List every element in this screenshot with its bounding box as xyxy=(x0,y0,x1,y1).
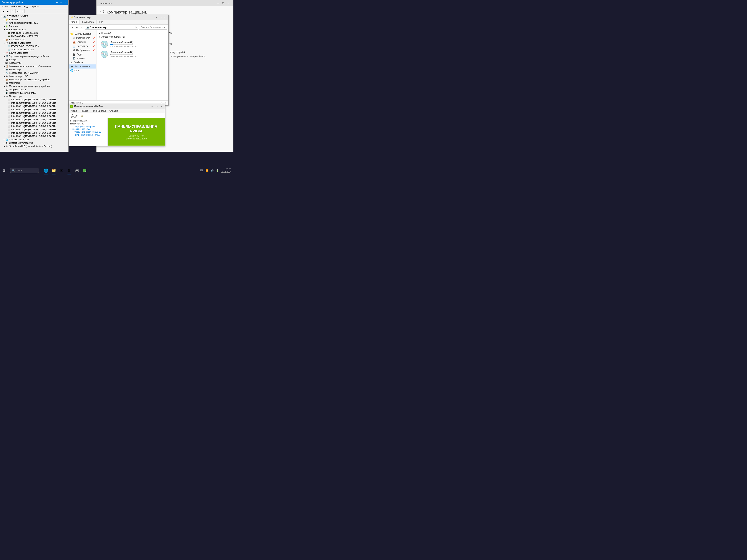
nv-manage-3d[interactable]: - Управление параметрами 3D xyxy=(72,130,106,133)
fe-sidebar-images[interactable]: 🖼 Изображения 📌 xyxy=(69,48,96,52)
nv-forward-btn[interactable]: ► xyxy=(75,114,79,117)
tree-item-bluetooth[interactable]: ► ⚡ Bluetooth xyxy=(0,18,68,21)
tree-item-comp[interactable]: ► 💻 Компьютер xyxy=(0,68,68,71)
tree-item-print[interactable]: ► 🖨 Очереди печати xyxy=(0,88,68,91)
fe-refresh-icon[interactable]: ↻ xyxy=(135,26,137,29)
tree-item-sys-devices[interactable]: ► ⚙ Системные устройства xyxy=(0,141,68,144)
fe-back-btn[interactable]: ◄ xyxy=(70,26,74,29)
tree-item-toshiba[interactable]: 💿 KBG30ZMV512G TOSHIBA xyxy=(0,45,68,48)
dm-menu-help[interactable]: Справка xyxy=(29,5,41,8)
nv-minimize-btn[interactable]: ─ xyxy=(150,105,154,108)
tree-item-cpu-12[interactable]: ⬜ Intel(R) Core(TM) i7-9750H CPU @ 2.60G… xyxy=(0,135,68,138)
fe-disk-c[interactable]: 💿 Локальный диск (C:) 431 ГБ свободно из… xyxy=(99,39,166,49)
tree-item-cpu-7[interactable]: ⬜ Intel(R) Core(TM) i7-9750H CPU @ 2.60G… xyxy=(0,118,68,121)
nv-maximize-btn[interactable]: □ xyxy=(155,105,159,108)
tree-item-batteries[interactable]: ► 🔋 Батареи xyxy=(0,25,68,28)
tree-item-cpu-8[interactable]: ⬜ Intel(R) Core(TM) i7-9750H CPU @ 2.60G… xyxy=(0,121,68,125)
tree-item-cpu-1[interactable]: ⬜ Intel(R) Core(TM) i7-9750H CPU @ 2.60G… xyxy=(0,98,68,101)
tb-app-settings[interactable]: ⚙ xyxy=(66,166,73,175)
toolbar-help[interactable]: ? xyxy=(10,9,15,14)
tray-sound[interactable]: 🔊 xyxy=(210,168,214,172)
fe-devices-header[interactable]: ▼ Устройства и диски (2) xyxy=(99,35,166,38)
tb-app-game[interactable]: 🎮 xyxy=(73,166,81,175)
tree-item-sw-devices[interactable]: ► 📱 Программные устройства xyxy=(0,91,68,95)
tree-item-nvidia-gpu[interactable]: 📟 NVIDIA GeForce RTX 2060 xyxy=(0,35,68,38)
tb-app-edge[interactable]: 🌐 xyxy=(42,166,50,175)
tree-item-disk-drives[interactable]: ▼ 💾 Дисковые устройства xyxy=(0,41,68,45)
fe-minimize-btn[interactable]: ─ xyxy=(154,16,158,19)
fe-search-input[interactable] xyxy=(139,25,167,30)
tree-item-cpu-11[interactable]: ⬜ Intel(R) Core(TM) i7-9750H CPU @ 2.60G… xyxy=(0,131,68,135)
nv-menu-edit[interactable]: Правка xyxy=(79,109,90,113)
fe-close-btn[interactable]: ✕ xyxy=(163,16,167,19)
tree-item-cameras[interactable]: ► 📷 Камеры xyxy=(0,58,68,61)
tree-item-network[interactable]: ► 🌐 Сетевые адаптеры xyxy=(0,138,68,141)
fe-sidebar-quickaccess[interactable]: ⭐ Быстрый доступ xyxy=(69,32,96,36)
fe-tab-view[interactable]: Вид xyxy=(97,20,106,24)
tray-battery[interactable]: 🔋 xyxy=(215,168,220,172)
nv-back-btn[interactable]: ◄ Назад xyxy=(70,114,74,117)
tree-item-firmware[interactable]: ► 📦 Встроенное ПО xyxy=(0,38,68,41)
fe-folders-header[interactable]: ► Папки (7) xyxy=(99,32,166,34)
toolbar-forward[interactable]: ► xyxy=(6,9,10,14)
tree-item-monitors[interactable]: ► 🖥 Мониторы xyxy=(0,81,68,85)
tree-item-cpu-4[interactable]: ⬜ Intel(R) Core(TM) i7-9750H CPU @ 2.60G… xyxy=(0,108,68,111)
toolbar-properties[interactable]: ⊞ xyxy=(16,9,20,14)
nv-surround[interactable]: - Настройка Surround, PhysX xyxy=(72,133,106,136)
dm-menu-view[interactable]: Вид xyxy=(22,5,29,8)
start-button[interactable]: ⊞ xyxy=(0,166,8,175)
toolbar-refresh[interactable]: ↻ xyxy=(20,9,25,14)
fe-sidebar-onedrive[interactable]: ☁ OneDrive xyxy=(69,60,96,64)
tree-item-cpu-10[interactable]: ⬜ Intel(R) Core(TM) i7-9750H CPU @ 2.60G… xyxy=(0,128,68,131)
fe-disk-d[interactable]: 💿 Локальный диск (D:) 953 ГБ свободно из… xyxy=(99,49,166,59)
tree-item-cpu-6[interactable]: ⬜ Intel(R) Core(TM) i7-9750H CPU @ 2.60G… xyxy=(0,115,68,118)
tree-item-cpu-9[interactable]: ⬜ Intel(R) Core(TM) i7-9750H CPU @ 2.60G… xyxy=(0,125,68,128)
tree-item-intel-gpu[interactable]: 📟 Intel(R) UHD Graphics 630 xyxy=(0,31,68,35)
fe-sidebar-docs[interactable]: 📄 Документы 📌 xyxy=(69,44,96,48)
tree-item-spcc[interactable]: 💿 SPCC Solid State Disk xyxy=(0,48,68,51)
fe-forward-btn[interactable]: ► xyxy=(75,26,79,29)
tree-item-processors[interactable]: ▼ ⚙ Процессоры xyxy=(0,95,68,98)
fe-sidebar-thispc[interactable]: 💻 Этот компьютер xyxy=(69,64,96,69)
close-button[interactable]: ✕ xyxy=(63,1,67,4)
tree-item-keyboards[interactable]: ► ⌨ Клавиатуры xyxy=(0,61,68,64)
tb-app-explorer[interactable]: 📁 xyxy=(50,166,57,175)
tree-item-sound[interactable]: ► 🎵 Звуковые, игровые и видеоустройства xyxy=(0,55,68,58)
dm-menu-file[interactable]: Файл xyxy=(1,5,9,8)
tree-item-audio[interactable]: ► 🔊 Аудиовходы и аудиовыходы xyxy=(0,21,68,25)
tray-keyboard[interactable]: ⌨ xyxy=(199,168,204,172)
fe-sidebar-network[interactable]: 🌐 Сеть xyxy=(69,69,96,73)
settings-maximize[interactable]: □ xyxy=(221,1,225,5)
fe-up-btn[interactable]: ▲ xyxy=(80,26,84,29)
maximize-button[interactable]: □ xyxy=(59,1,63,4)
tree-item-cpu-2[interactable]: ⬜ Intel(R) Core(TM) i7-9750H CPU @ 2.60G… xyxy=(0,101,68,105)
toolbar-back[interactable]: ◄ xyxy=(1,9,5,14)
tree-item-software[interactable]: ► 📋 Компоненты программного обеспечения xyxy=(0,64,68,68)
nv-image-settings[interactable]: - Регулировка настроек изображения с п..… xyxy=(72,125,106,130)
minimize-button[interactable]: ─ xyxy=(55,1,59,4)
tray-network[interactable]: 📶 xyxy=(205,168,209,172)
dm-menu-action[interactable]: Действие xyxy=(9,5,22,8)
fe-address-bar[interactable]: 💻 Этот компьютер ↻ xyxy=(85,25,138,30)
fe-maximize-btn[interactable]: □ xyxy=(159,16,163,19)
tree-item-video-adapters[interactable]: ▼ 🖥 Видеоадаптеры xyxy=(0,28,68,31)
tb-app-mail[interactable]: ✉ xyxy=(58,166,65,175)
tree-item-cpu-5[interactable]: ⬜ Intel(R) Core(TM) i7-9750H CPU @ 2.60G… xyxy=(0,111,68,115)
tree-item-usb[interactable]: ► 🔌 Контроллеры USB xyxy=(0,75,68,78)
nv-menu-file[interactable]: Файл xyxy=(70,109,79,113)
tree-item-ide[interactable]: ► 🔧 Контроллеры IDE ATA/ATAPI xyxy=(0,71,68,75)
fe-sidebar-video[interactable]: 🎬 Видео xyxy=(69,52,96,56)
nv-home-btn[interactable]: 🏠 xyxy=(80,114,84,117)
tree-item-mice[interactable]: ► 🖱 Мыши и иные указывающие устройства xyxy=(0,85,68,88)
taskbar-clock[interactable]: 00:00 01.01.2024 xyxy=(220,167,232,174)
fe-sidebar-music[interactable]: 🎵 Музыка xyxy=(69,56,96,60)
tree-item-cpu-3[interactable]: ⬜ Intel(R) Core(TM) i7-9750H CPU @ 2.60G… xyxy=(0,105,68,108)
tree-item-storage[interactable]: ► 📦 Контроллеры запоминающих устройств xyxy=(0,78,68,81)
tb-app-xbox[interactable]: X xyxy=(81,166,88,175)
tree-item-hid[interactable]: ► 🖱 Устройства HID (Human Interface Devi… xyxy=(0,144,68,148)
fe-sidebar-downloads[interactable]: 📥 Загрузки 📌 xyxy=(69,40,96,44)
fe-tab-computer[interactable]: Компьютер xyxy=(80,20,97,24)
settings-minimize[interactable]: ─ xyxy=(215,1,220,5)
taskbar-search[interactable]: 🔍 Поиск xyxy=(10,168,39,174)
tree-item-computer[interactable]: ▼ 💻 DESKTOP-92MV2FP xyxy=(0,15,68,18)
